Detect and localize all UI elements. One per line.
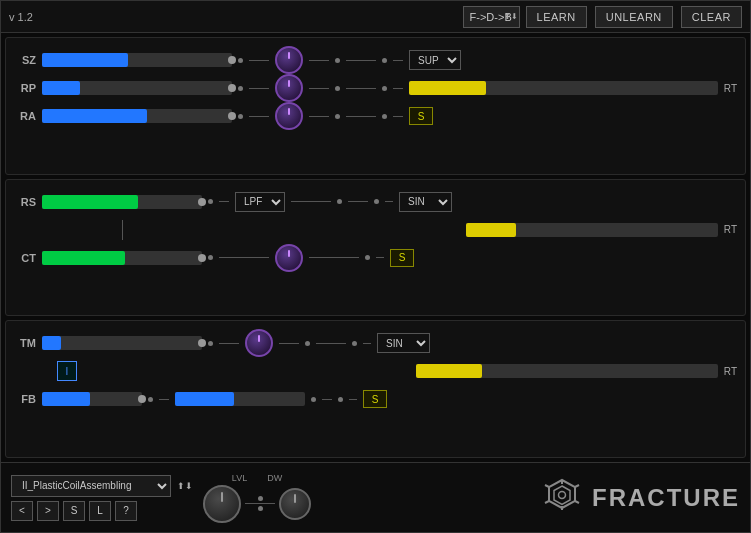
sz-dot3 bbox=[382, 58, 387, 63]
tm-rt-label: RT bbox=[724, 366, 737, 377]
rs-hline bbox=[219, 201, 229, 202]
preset-section: II_PlasticCoilAssembling ⬆⬇ < > S L ? bbox=[11, 475, 193, 521]
rs-slider-handle bbox=[198, 198, 206, 206]
tm-rt-slider[interactable] bbox=[416, 364, 718, 378]
tm-slider[interactable] bbox=[42, 336, 202, 350]
sz-hline bbox=[249, 60, 269, 61]
rp-hline2 bbox=[309, 88, 329, 89]
fb-center-fill bbox=[175, 392, 234, 406]
conn-hline bbox=[245, 503, 275, 504]
rt2-slider[interactable] bbox=[466, 223, 718, 237]
sz-hline2 bbox=[309, 60, 329, 61]
rs-hline2 bbox=[291, 201, 331, 202]
sz-knob[interactable] bbox=[275, 46, 303, 74]
rp-rt-label: RT bbox=[724, 83, 737, 94]
fracture-icon bbox=[542, 478, 582, 518]
ra-hline2 bbox=[309, 116, 329, 117]
svg-line-7 bbox=[575, 501, 579, 503]
tm-type-select[interactable]: SINSQRTRISAW bbox=[377, 333, 430, 353]
rp-dot3 bbox=[382, 86, 387, 91]
fb-hline2 bbox=[322, 399, 332, 400]
rp-hline4 bbox=[393, 88, 403, 89]
fb-dot3 bbox=[338, 397, 343, 402]
sz-slider[interactable] bbox=[42, 53, 232, 67]
ra-s-button[interactable]: S bbox=[409, 107, 433, 125]
ra-hline bbox=[249, 116, 269, 117]
param-row-rt2: RT bbox=[14, 218, 737, 242]
nav-s-button[interactable]: S bbox=[63, 501, 85, 521]
conn-dot1 bbox=[258, 496, 263, 501]
rp-knob[interactable] bbox=[275, 74, 303, 102]
unlearn-button[interactable]: UNLEARN bbox=[595, 6, 673, 28]
ct-slider[interactable] bbox=[42, 251, 202, 265]
rs-type-select[interactable]: SINSQRTRISAW bbox=[399, 192, 452, 212]
rs-dot2 bbox=[337, 199, 342, 204]
nav-q-button[interactable]: ? bbox=[115, 501, 137, 521]
clear-button[interactable]: CLEAR bbox=[681, 6, 742, 28]
svg-point-2 bbox=[559, 491, 566, 498]
param-row-fb: FB S bbox=[14, 387, 737, 411]
tm-hline bbox=[219, 343, 239, 344]
fracture-logo: FRACTURE bbox=[542, 478, 740, 518]
nav-prev-button[interactable]: < bbox=[11, 501, 33, 521]
preset-select-wrap: II_PlasticCoilAssembling ⬆⬇ bbox=[11, 475, 193, 497]
tm-label: TM bbox=[14, 337, 36, 349]
ct-knob[interactable] bbox=[275, 244, 303, 272]
fracture-text: FRACTURE bbox=[592, 484, 740, 512]
section-2: RS LPFHPFBPF SINSQRTRISAW bbox=[5, 179, 746, 317]
preset-select[interactable]: II_PlasticCoilAssembling bbox=[11, 475, 171, 497]
sz-hline4 bbox=[393, 60, 403, 61]
tm-knob[interactable] bbox=[245, 329, 273, 357]
svg-line-8 bbox=[545, 485, 549, 487]
nav-next-button[interactable]: > bbox=[37, 501, 59, 521]
lvl-dw-knobs bbox=[203, 485, 311, 523]
rp-rt-slider[interactable] bbox=[409, 81, 718, 95]
lvl-knob[interactable] bbox=[203, 485, 241, 523]
sz-dot2 bbox=[335, 58, 340, 63]
nav-l-button[interactable]: L bbox=[89, 501, 111, 521]
svg-line-5 bbox=[575, 485, 579, 487]
rp-hline3 bbox=[346, 88, 376, 89]
learn-button[interactable]: LEARN bbox=[526, 6, 587, 28]
i-spacer: I bbox=[42, 361, 102, 381]
param-row-rp: RP RT bbox=[14, 76, 737, 100]
sz-dot bbox=[238, 58, 243, 63]
rp-slider-fill bbox=[42, 81, 80, 95]
ra-knob[interactable] bbox=[275, 102, 303, 130]
fb-slider[interactable] bbox=[42, 392, 142, 406]
rs-slider-fill bbox=[42, 195, 138, 209]
ra-slider-fill bbox=[42, 109, 147, 123]
ct-hline bbox=[219, 257, 269, 258]
fb-center-slider[interactable] bbox=[175, 392, 305, 406]
ct-hline3 bbox=[376, 257, 384, 258]
param-row-rs: RS LPFHPFBPF SINSQRTRISAW bbox=[14, 190, 737, 214]
rt2-vline bbox=[122, 220, 123, 240]
sections-area: SZ SUPSINSQRTRI RP bbox=[1, 33, 750, 462]
rt2-spacer bbox=[42, 220, 202, 240]
i-button[interactable]: I bbox=[57, 361, 77, 381]
rs-hline3 bbox=[348, 201, 368, 202]
tm-dot bbox=[208, 341, 213, 346]
bottom-bar: II_PlasticCoilAssembling ⬆⬇ < > S L ? LV… bbox=[1, 462, 750, 532]
param-row-tm: TM SINSQRTRISAW bbox=[14, 331, 737, 355]
dw-knob[interactable] bbox=[279, 488, 311, 520]
sz-slider-handle bbox=[228, 56, 236, 64]
ct-dot2 bbox=[365, 255, 370, 260]
rs-slider[interactable] bbox=[42, 195, 202, 209]
svg-line-6 bbox=[545, 501, 549, 503]
section-1: SZ SUPSINSQRTRI RP bbox=[5, 37, 746, 175]
fb-s-button[interactable]: S bbox=[363, 390, 387, 408]
rp-slider[interactable] bbox=[42, 81, 232, 95]
fb-slider-handle bbox=[138, 395, 146, 403]
sz-type-select[interactable]: SUPSINSQRTRI bbox=[409, 50, 461, 70]
lvl-dw-section: LVL DW bbox=[203, 473, 311, 523]
mode-select[interactable]: F->D->B F->D D->B F->B bbox=[463, 6, 520, 28]
rs-dot bbox=[208, 199, 213, 204]
ct-s-button[interactable]: S bbox=[390, 249, 414, 267]
rt2-label: RT bbox=[724, 224, 737, 235]
lvl-dw-labels: LVL DW bbox=[232, 473, 282, 483]
ra-dot3 bbox=[382, 114, 387, 119]
ra-slider[interactable] bbox=[42, 109, 232, 123]
param-row-ct: CT S bbox=[14, 246, 737, 270]
rs-lpf-select[interactable]: LPFHPFBPF bbox=[235, 192, 285, 212]
